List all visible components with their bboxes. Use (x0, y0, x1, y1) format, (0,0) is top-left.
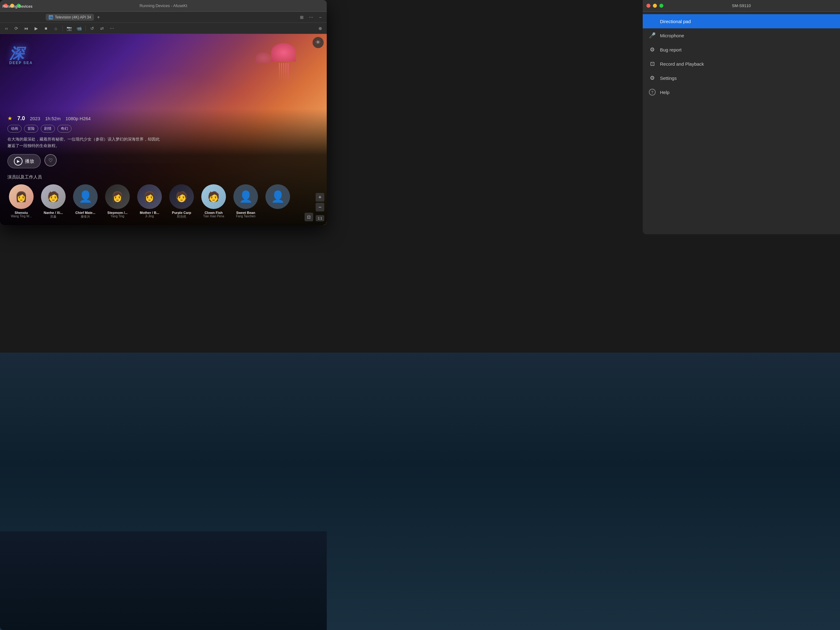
cast-item-clownfish[interactable]: 🧑 Clown Fish Tian Xiao Pena (200, 184, 227, 219)
capture-button[interactable]: ⊡ (305, 213, 313, 221)
sidebar-item-settings[interactable]: ⚙ Settings (643, 71, 840, 85)
device-toolbar: ‹ ⟳ ⏮ ▶ ■ ⌂ 📷 📹 ↺ ⇄ ⋯ ⊕ (0, 23, 327, 34)
expand-button[interactable]: + (316, 193, 324, 202)
mirror-toolbar-button[interactable]: ⇄ (98, 24, 106, 32)
sidebar-minimize-button[interactable] (653, 4, 657, 8)
record-playback-icon: ⊡ (649, 60, 656, 67)
window-title: Running Devices - AfuseKt (140, 3, 188, 8)
rewind-toolbar-button[interactable]: ⏮ (22, 24, 30, 32)
cast-avatar-mother: 👩 (137, 184, 162, 209)
ratio-button[interactable]: 1:1 (316, 215, 324, 221)
separator1 (62, 25, 63, 31)
sidebar-item-record-playback[interactable]: ⊡ Record and Playback (643, 57, 840, 71)
sidebar-close-button[interactable] (646, 4, 651, 8)
screenshot-toolbar-button[interactable]: 📷 (65, 24, 73, 32)
add-tab-button[interactable]: + (95, 14, 101, 21)
bug-report-label: Bug report (660, 47, 682, 52)
bottom-content-area (0, 531, 327, 630)
cast-avatar-shenxiu: 👩 (9, 184, 33, 209)
visibility-button[interactable]: 👁 (313, 37, 324, 48)
more-toolbar-button[interactable]: ⋯ (108, 24, 116, 32)
cast-item-mother[interactable]: 👩 Mother / B... Ji Jing (136, 184, 163, 219)
cast-role-mother: Mother / B... (140, 211, 159, 215)
movie-year: 2023 (30, 116, 40, 121)
home-toolbar-button[interactable]: ⌂ (52, 24, 60, 32)
tab-label: Television (4K) API 34 (55, 15, 91, 19)
tag-drama: 剧情 (41, 125, 55, 133)
cast-role-nanhe: Nanhe / Xi... (44, 211, 63, 215)
sidebar-title-bar: SM-S9110 (643, 0, 840, 12)
cast-role-clownfish: Clown Fish (205, 211, 223, 215)
sidebar-item-microphone[interactable]: 🎤 Microphone (643, 28, 840, 43)
zoom-toolbar-button[interactable]: ⊕ (316, 24, 324, 32)
cast-item-sweetbean[interactable]: 👤 Sweet Bean Fang Taochen (232, 184, 259, 219)
play-icon: ▶ (14, 157, 22, 166)
window-mode-button[interactable]: ⊞ (298, 13, 306, 21)
record-playback-label: Record and Playback (660, 62, 704, 66)
bug-report-icon: ⚙ (649, 46, 656, 53)
movie-duration: 1h:52m (45, 116, 60, 121)
hero-image: 深 DEEP SEA 👁 ★ 7.0 2023 1h:52m 1080p H26… (0, 34, 327, 225)
sidebar-item-directional-pad[interactable]: ⊕ Directional pad (643, 14, 840, 28)
cast-item-purplecarp[interactable]: 🧑 Purple Carp 郭浩然 (168, 184, 196, 219)
cast-name-purplecarp: 郭浩然 (177, 215, 186, 219)
favorite-button[interactable]: ♡ (44, 154, 57, 166)
rotate-toolbar-button[interactable]: ↺ (88, 24, 96, 32)
help-icon: ? (649, 89, 656, 96)
cast-list: 👩 Shenxiu Wang Ting W... 🧑 Nanhe / Xi...… (7, 184, 319, 219)
star-icon: ★ (7, 115, 12, 122)
movie-quality: 1080p H264 (65, 116, 91, 121)
cast-avatar-sweetbean: 👤 (233, 184, 258, 209)
running-devices-label: Running Devices (0, 3, 43, 10)
rating-number: 7.0 (17, 115, 25, 122)
tab-bar: Running Devices 📺 Television (4K) API 34… (0, 12, 327, 23)
tentacle-1 (279, 63, 280, 81)
tab-television[interactable]: 📺 Television (4K) API 34 (46, 14, 94, 21)
play-label: 播放 (25, 158, 34, 164)
title-bar: Running Devices - AfuseKt (0, 0, 327, 12)
cast-item-shenxiu[interactable]: 👩 Shenxiu Wang Ting W... (7, 184, 35, 219)
cast-avatar-more: 👤 (265, 184, 290, 209)
cast-role-sweetbean: Sweet Bean (236, 211, 255, 215)
tag-adventure: 冒险 (24, 125, 38, 133)
cast-name-shenxiu: Wang Ting W... (11, 215, 32, 218)
movie-description: 在大海的最深处，藏着所有秘密。一位现代少女（参宿）误入梦幻的深海世界，却因此邂逅… (7, 136, 161, 149)
back-toolbar-button[interactable]: ‹ (2, 24, 11, 32)
cast-item-stepmom[interactable]: 👩 Stepmom /... Yang Ting (104, 184, 131, 219)
jellyfish-tentacles (265, 63, 302, 81)
cast-avatar-clownfish: 🧑 (201, 184, 226, 209)
main-content: 深 DEEP SEA 👁 ★ 7.0 2023 1h:52m 1080p H26… (0, 34, 327, 225)
shrink-button[interactable]: − (316, 203, 324, 212)
cast-avatar-nanhe: 🧑 (41, 184, 66, 209)
movie-logo-char: 深 (9, 46, 33, 61)
cast-role-chiefmate: Chief Mate... (76, 211, 96, 215)
cast-name-sweetbean: Fang Taochen (236, 215, 255, 218)
help-label: Help (660, 90, 669, 95)
sidebar-panel: SM-S9110 ⊕ Directional pad 🎤 Microphone … (643, 0, 840, 234)
sidebar-maximize-button[interactable] (659, 4, 663, 8)
tentacle-3 (283, 63, 284, 81)
movie-logo: 深 DEEP SEA (9, 46, 33, 65)
cast-section-title: 演员以及工作人员 (7, 174, 319, 180)
sidebar-item-bug-report[interactable]: ⚙ Bug report (643, 43, 840, 57)
stop-toolbar-button[interactable]: ■ (42, 24, 50, 32)
cast-item-nanhe[interactable]: 🧑 Nanhe / Xi... 苏鑫 (39, 184, 67, 219)
cast-item-more[interactable]: 👤 (264, 184, 292, 219)
cast-item-chiefmate[interactable]: 👤 Chief Mate... 滕奎兴 (71, 184, 99, 219)
record-toolbar-button[interactable]: 📹 (75, 24, 83, 32)
more-options-button[interactable]: ⋯ (307, 13, 315, 21)
cast-role-shenxiu: Shenxiu (15, 211, 28, 215)
sidebar-nav: ⊕ Directional pad 🎤 Microphone ⚙ Bug rep… (643, 12, 840, 102)
cast-name-mother: Ji Jing (145, 215, 154, 218)
cast-role-stepmom: Stepmom /... (107, 211, 127, 215)
jellyfish-decoration (265, 43, 302, 92)
window-minimize-tab-button[interactable]: − (316, 13, 324, 21)
play-button[interactable]: ▶ 播放 (7, 154, 41, 168)
sidebar-title: SM-S9110 (732, 3, 751, 8)
movie-logo-sub: DEEP SEA (9, 61, 33, 65)
play-toolbar-button[interactable]: ▶ (32, 24, 40, 32)
cast-avatar-stepmom: 👩 (105, 184, 130, 209)
forward-toolbar-button[interactable]: ⟳ (12, 24, 21, 32)
cast-avatar-chiefmate: 👤 (73, 184, 98, 209)
sidebar-item-help[interactable]: ? Help (643, 85, 840, 99)
